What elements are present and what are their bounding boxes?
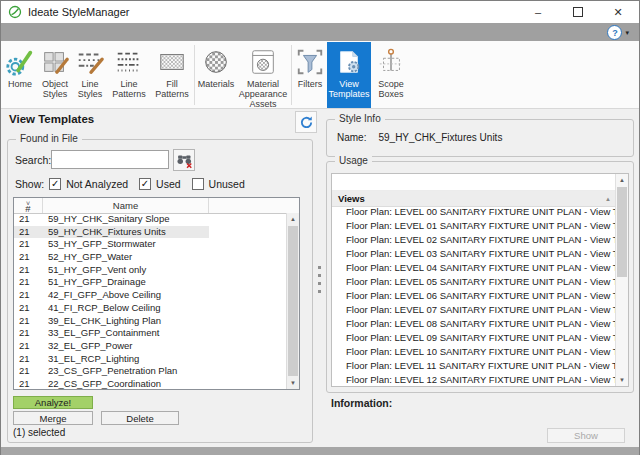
panel-splitter[interactable] [316, 264, 322, 306]
table-scrollbar[interactable]: ▲ ▼ [286, 213, 299, 389]
column-header-name[interactable]: Name [43, 198, 209, 213]
scroll-down-icon[interactable]: ▼ [287, 377, 299, 389]
table-row[interactable]: 2152_HY_GFP_Water [14, 251, 286, 264]
column-header-num[interactable]: ˅ # [14, 198, 43, 213]
table-row[interactable]: 2159_HY_CHK_Fixtures Units [14, 226, 286, 239]
scrollbar-thumb[interactable] [288, 226, 298, 376]
scrollbar-thumb[interactable] [617, 187, 627, 277]
toolbar-home[interactable]: Home [3, 42, 37, 108]
checkbox-not-analyzed[interactable] [49, 178, 61, 190]
toolbar-separator [291, 45, 292, 105]
table-row[interactable]: 2131_EL_RCP_Lighting [14, 353, 286, 366]
show-button[interactable]: Show [547, 428, 625, 443]
ribbon-strip: ? ▾ [1, 23, 639, 41]
toolbar-view-templates[interactable]: View Templates [327, 42, 371, 108]
usage-list: Views ▲ Floor Plan: LEVEL 00 SANITARY FI… [331, 173, 629, 387]
templates-table: ˅ # Name 2159_HY_CHK_Sanitary Slope2159_… [13, 197, 300, 390]
home-icon [5, 47, 35, 77]
view-templates-icon [334, 47, 364, 77]
search-label: Search: [15, 154, 51, 166]
toolbar-separator [194, 45, 195, 105]
toolbar-line-patterns[interactable]: Line Patterns [107, 42, 151, 108]
table-row[interactable]: 2153_HY_GFP_Stormwater [14, 238, 286, 251]
table-row[interactable]: 2142_FI_GFP_Above Ceiling [14, 289, 286, 302]
usage-row[interactable]: Floor Plan: LEVEL 04 SANITARY FIXTURE UN… [332, 261, 615, 275]
scroll-down-icon[interactable]: ▼ [616, 374, 628, 386]
style-name-value: 59_HY_CHK_Fixtures Units [378, 132, 502, 143]
usage-row[interactable]: Floor Plan: LEVEL 03 SANITARY FIXTURE UN… [332, 247, 615, 261]
line-patterns-icon [114, 47, 144, 77]
material-appearance-assets-icon [248, 47, 278, 77]
toolbar-scope-boxes[interactable]: Scope Boxes [371, 42, 411, 108]
checkbox-used[interactable] [139, 178, 151, 190]
toolbar-object-styles[interactable]: Object Styles [37, 42, 73, 108]
selection-status: (1) selected [13, 427, 65, 438]
object-styles-icon [40, 47, 70, 77]
main-area: View Templates Found in File Search: Sho… [1, 109, 639, 447]
usage-row[interactable]: Floor Plan: LEVEL 10 SANITARY FIXTURE UN… [332, 345, 615, 359]
table-row[interactable]: 2159_HY_CHK_Sanitary Slope [14, 213, 286, 226]
scroll-up-icon[interactable]: ▲ [616, 174, 628, 186]
filter-label: Unused [209, 178, 245, 190]
style-info-label: Style Info [335, 113, 385, 124]
column-header-filler [209, 198, 299, 213]
usage-row[interactable]: Floor Plan: LEVEL 07 SANITARY FIXTURE UN… [332, 303, 615, 317]
usage-row[interactable]: Floor Plan: LEVEL 01 SANITARY FIXTURE UN… [332, 219, 615, 233]
usage-row[interactable]: Floor Plan: LEVEL 00 SANITARY FIXTURE UN… [332, 205, 615, 219]
checkbox-unused[interactable] [192, 178, 204, 190]
toolbar-fill-patterns[interactable]: Fill Patterns [151, 42, 193, 108]
toolbar-label: Line Styles [73, 79, 107, 99]
refresh-button[interactable] [295, 111, 317, 133]
show-filter-row: Show: Not Analyzed Used Unused [15, 178, 251, 190]
usage-row[interactable]: Floor Plan: LEVEL 11 SANITARY FIXTURE UN… [332, 359, 615, 373]
help-icon[interactable]: ? [607, 25, 622, 40]
analyze-button[interactable]: Analyze! [13, 396, 93, 409]
help-caret-icon[interactable]: ▾ [625, 29, 629, 37]
table-row[interactable]: 2151_HY_GFP_Vent only [14, 264, 286, 277]
toolbar-label: Object Styles [37, 79, 73, 99]
usage-list-body: Floor Plan: LEVEL 00 SANITARY FIXTURE UN… [332, 205, 615, 386]
toolbar-label: Filters [298, 79, 323, 89]
line-styles-icon [75, 47, 105, 77]
usage-scrollbar[interactable]: ▲ ▼ [615, 174, 628, 386]
table-row[interactable]: 2133_EL_GFP_Containment [14, 327, 286, 340]
refresh-icon [299, 115, 314, 130]
toolbar-materials[interactable]: Materials [196, 42, 236, 108]
show-label: Show: [15, 178, 44, 190]
usage-row[interactable]: Floor Plan: LEVEL 06 SANITARY FIXTURE UN… [332, 289, 615, 303]
toolbar-filters[interactable]: Filters [293, 42, 327, 108]
scroll-up-icon[interactable]: ▲ [287, 213, 299, 225]
window-title: Ideate StyleManager [28, 6, 130, 18]
titlebar: Ideate StyleManager – ✕ [1, 1, 639, 23]
usage-row[interactable]: Floor Plan: LEVEL 02 SANITARY FIXTURE UN… [332, 233, 615, 247]
materials-icon [201, 47, 231, 77]
maximize-button[interactable] [558, 1, 598, 23]
delete-button[interactable]: Delete [101, 411, 179, 425]
search-button[interactable] [173, 149, 195, 171]
table-row[interactable]: 2141_FI_RCP_Below Ceiling [14, 302, 286, 315]
table-row[interactable]: 2122_CS_GFP_Coordination [14, 378, 286, 390]
toolbar-material-appearance-assets[interactable]: Material Appearance Assets [236, 42, 290, 108]
table-row[interactable]: 2132_EL_GFP_Power [14, 340, 286, 353]
usage-row[interactable]: Floor Plan: LEVEL 08 SANITARY FIXTURE UN… [332, 317, 615, 331]
merge-button[interactable]: Merge [13, 411, 93, 425]
table-row[interactable]: 2139_EL_CHK_Lighting Plan [14, 315, 286, 328]
close-button[interactable]: ✕ [598, 1, 638, 23]
toolbar-label: Scope Boxes [371, 79, 411, 99]
fill-patterns-icon [157, 47, 187, 77]
usage-row[interactable]: Floor Plan: LEVEL 09 SANITARY FIXTURE UN… [332, 331, 615, 345]
table-row[interactable]: 2123_CS_GFP_Penetration Plan [14, 365, 286, 378]
filters-icon [295, 47, 325, 77]
scope-boxes-icon [376, 47, 406, 77]
minimize-button[interactable]: – [518, 1, 558, 23]
table-row[interactable]: 2151_HY_GFP_Drainage [14, 276, 286, 289]
toolbar-line-styles[interactable]: Line Styles [73, 42, 107, 108]
toolbar-label: Fill Patterns [151, 79, 193, 99]
ideate-logo-icon [8, 5, 22, 19]
collapse-group-icon[interactable]: ▲ [605, 196, 611, 202]
search-input[interactable] [51, 150, 169, 169]
usage-row[interactable]: Floor Plan: LEVEL 12 SANITARY FIXTURE UN… [332, 373, 615, 387]
usage-label: Usage [335, 155, 372, 166]
toolbar-label: Line Patterns [107, 79, 151, 99]
usage-row[interactable]: Floor Plan: LEVEL 05 SANITARY FIXTURE UN… [332, 275, 615, 289]
